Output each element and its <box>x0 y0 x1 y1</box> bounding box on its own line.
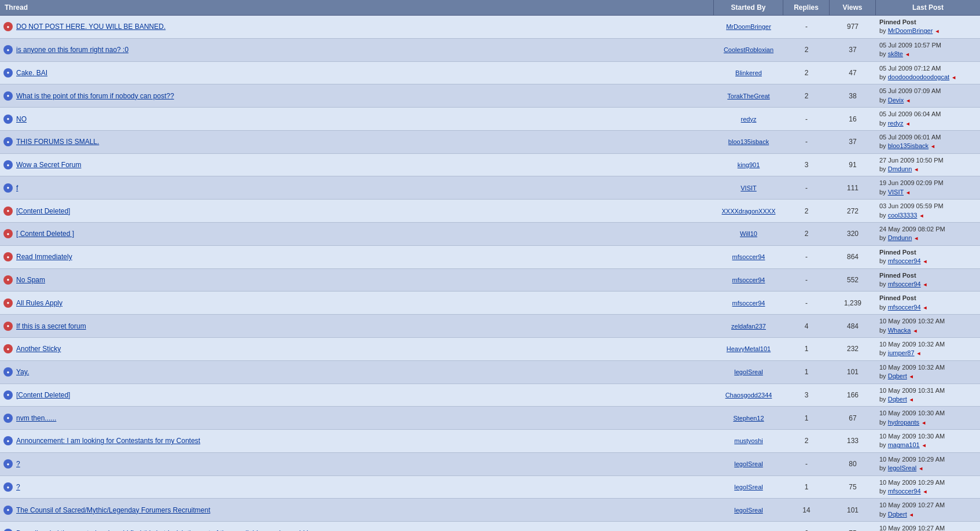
started-by-link[interactable]: legoISreal <box>734 507 763 514</box>
replies-cell: - <box>783 135 830 148</box>
thread-title-link[interactable]: ? <box>16 460 20 468</box>
views-cell: 166 <box>830 389 876 401</box>
last-post-user-link[interactable]: Dmdunn <box>888 165 912 172</box>
last-post-user-link[interactable]: mfsoccer94 <box>888 257 921 264</box>
started-by-cell: Stephen12 <box>714 412 783 425</box>
thread-title-link[interactable]: Another Sticky <box>16 345 61 353</box>
thread-title-link[interactable]: f <box>16 184 18 192</box>
started-by-link[interactable]: mfsoccer94 <box>732 253 765 260</box>
started-by-cell: TorakTheGreat <box>714 90 783 102</box>
thread-title-link[interactable]: Dang I'm glad they posted so I could fin… <box>16 529 323 531</box>
thread-title-link[interactable]: nvm then...... <box>16 414 56 422</box>
started-by-link[interactable]: HeavyMetal101 <box>727 345 771 352</box>
thread-title-link[interactable]: If this is a secret forum <box>16 322 86 330</box>
last-post-cell: Pinned Post by mfsoccer94 ◄ <box>876 292 980 314</box>
last-post-user-link[interactable]: redyz <box>888 120 904 127</box>
last-post-user-link[interactable]: cool33333 <box>888 212 918 219</box>
started-by-link[interactable]: king901 <box>738 161 760 168</box>
last-post-cell: Pinned Post by MrDoomBringer ◄ <box>876 16 980 38</box>
started-by-link[interactable]: Blinkered <box>735 69 762 76</box>
started-by-link[interactable]: Stephen12 <box>733 415 764 422</box>
replies-cell: - <box>783 297 830 309</box>
started-by-link[interactable]: zeldafan237 <box>731 323 766 330</box>
started-by-cell: mfsoccer94 <box>714 274 783 286</box>
thread-title-link[interactable]: Yay. <box>16 368 29 376</box>
views-cell: 977 <box>830 20 876 33</box>
last-post-user-link[interactable]: Dmdunn <box>888 234 912 241</box>
last-post-user-link[interactable]: sk8te <box>888 50 903 57</box>
thread-title-link[interactable]: Read Immediately <box>16 253 72 261</box>
thread-icon: ● <box>3 414 13 423</box>
table-row: ● f VISIT - 111 19 Jun 2009 02:09 PM by … <box>0 176 980 200</box>
thread-title-link[interactable]: What is the point of this forum if nobod… <box>16 92 174 100</box>
last-post-user-link[interactable]: magma101 <box>888 441 920 448</box>
last-post-user-link[interactable]: VISIT <box>888 189 904 196</box>
started-by-link[interactable]: legoISreal <box>734 460 763 467</box>
thread-title-link[interactable]: is anyone on this forum right nao? :0 <box>16 46 128 54</box>
last-post-user-link[interactable]: bloo135isback <box>888 142 929 149</box>
started-by-link[interactable]: mfsoccer94 <box>732 300 765 307</box>
thread-title-link[interactable]: Announcement: I am looking for Contestan… <box>16 437 200 445</box>
started-by-link[interactable]: legoISreal <box>734 484 763 491</box>
pinned-label: Pinned Post <box>879 294 977 303</box>
last-post-user-link[interactable]: hydropants <box>888 419 919 426</box>
started-by-link[interactable]: legoISreal <box>734 368 763 375</box>
thread-title-link[interactable]: [Content Deleted] <box>16 391 70 399</box>
last-post-user-link[interactable]: legoISreal <box>888 464 917 471</box>
started-by-link[interactable]: VISIT <box>740 185 757 191</box>
locked-icon: ● <box>3 229 13 238</box>
last-post-cell: 10 May 2009 10:29 AM by mfsoccer94 ◄ <box>876 476 980 499</box>
last-post-cell: 24 May 2009 08:02 PM by Dmdunn ◄ <box>876 223 980 245</box>
thread-title-link[interactable]: ? <box>16 483 20 491</box>
started-by-link[interactable]: bloo135isback <box>728 138 769 145</box>
started-by-link[interactable]: CoolestRobloxian <box>724 46 773 53</box>
last-post-user-link[interactable]: Whacka <box>888 327 911 334</box>
thread-title-link[interactable]: THIS FORUMS IS SMALL. <box>16 138 99 146</box>
last-post-user-link[interactable]: mfsoccer94 <box>888 304 921 311</box>
thread-title-link[interactable]: The Counsil of Sacred/Mythic/Legenday Fo… <box>16 506 210 514</box>
last-post-user-link[interactable]: jumper87 <box>888 349 915 356</box>
started-by-link[interactable]: Will10 <box>740 230 757 237</box>
last-post-user-link[interactable]: MrDoomBringer <box>888 27 933 34</box>
thread-title-link[interactable]: No Spam <box>16 276 45 284</box>
thread-title-link[interactable]: Cake. BAI <box>16 69 47 77</box>
thread-title-cell: ● [ Content Deleted ] <box>0 227 714 241</box>
started-by-link[interactable]: TorakTheGreat <box>727 93 769 99</box>
thread-title-link[interactable]: [ Content Deleted ] <box>16 230 74 238</box>
last-post-user-link[interactable]: Devix <box>888 97 904 104</box>
replies-cell: 2 <box>783 205 830 217</box>
thread-title-link[interactable]: DO NOT POST HERE. YOU WILL BE BANNED. <box>16 23 165 31</box>
last-post-date: 10 May 2009 10:30 AM <box>879 409 977 418</box>
thread-title-link[interactable]: Wow a Secret Forum <box>16 161 81 169</box>
started-by-link[interactable]: redyz <box>741 116 757 123</box>
started-by-link[interactable]: mfsoccer94 <box>732 276 765 283</box>
last-post-cell: 10 May 2009 10:27 AM by jumper87 ◄ <box>876 522 980 531</box>
last-post-cell: 05 Jul 2009 06:01 AM by bloo135isback ◄ <box>876 131 980 153</box>
started-by-link[interactable]: MrDoomBringer <box>726 23 771 30</box>
thread-icon: ● <box>3 137 13 146</box>
thread-title-link[interactable]: All Rules Apply <box>16 299 62 307</box>
started-by-link[interactable]: Chaosgodd2344 <box>725 392 772 399</box>
last-post-user-link[interactable]: Dqbert <box>888 396 907 403</box>
last-post-user-link[interactable]: Dqbert <box>888 511 907 518</box>
last-post-user-link[interactable]: doodoodoodoodogcat <box>888 73 949 80</box>
views-cell: 91 <box>830 158 876 171</box>
last-post-user-link[interactable]: mfsoccer94 <box>888 281 921 287</box>
started-by-link[interactable]: XXXXdragonXXXX <box>722 208 776 215</box>
replies-cell: - <box>783 250 830 263</box>
last-post-user-link[interactable]: mfsoccer94 <box>888 488 921 495</box>
thread-title-link[interactable]: NO <box>16 115 27 123</box>
replies-cell: - <box>783 20 830 33</box>
table-row: ● [Content Deleted] XXXXdragonXXXX 2 272… <box>0 200 980 223</box>
thread-title-link[interactable]: [Content Deleted] <box>16 207 70 215</box>
last-post-user-link[interactable]: Dqbert <box>888 373 907 379</box>
started-by-cell: Will10 <box>714 227 783 240</box>
views-cell: 320 <box>830 227 876 240</box>
thread-title-cell: ● No Spam <box>0 273 714 287</box>
col-replies: Replies <box>783 0 830 15</box>
views-cell: 232 <box>830 342 876 355</box>
views-cell: 272 <box>830 205 876 217</box>
thread-title-cell: ● ? <box>0 457 714 471</box>
last-post-date: 05 Jul 2009 06:01 AM <box>879 133 977 142</box>
started-by-link[interactable]: mustyoshi <box>734 437 763 444</box>
